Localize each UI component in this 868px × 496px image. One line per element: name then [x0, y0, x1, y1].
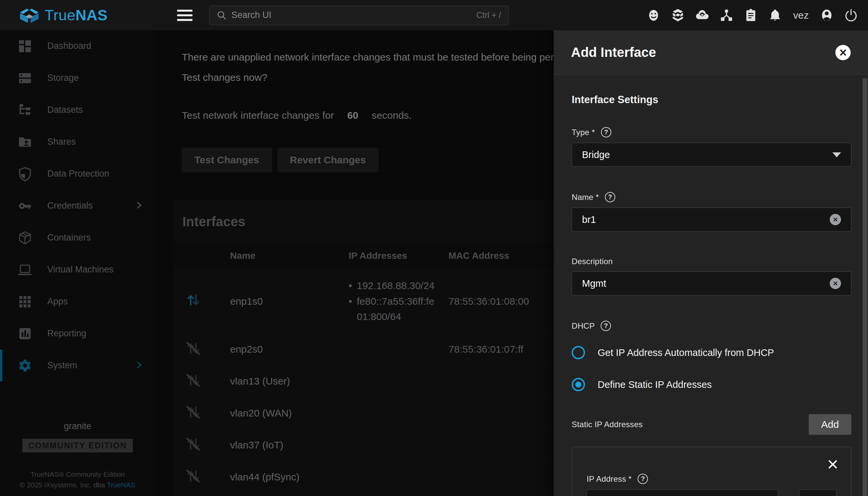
menu-hamburger-icon[interactable]	[177, 10, 192, 21]
network-topology-icon[interactable]	[719, 7, 734, 23]
type-select[interactable]: Bridge	[572, 143, 851, 167]
add-static-ip-button[interactable]: Add	[809, 414, 851, 435]
search-box: Ctrl + /	[209, 6, 509, 25]
type-label: Type *	[572, 128, 595, 137]
truecommand-icon[interactable]	[670, 7, 686, 23]
power-icon[interactable]	[843, 7, 859, 23]
static-ip-entry-card: × IP Address * ? / 24	[572, 447, 851, 496]
truenas-logo[interactable]: TrueNAS	[0, 7, 155, 24]
feedback-smiley-icon[interactable]	[646, 7, 661, 23]
ip-address-label: IP Address *	[587, 475, 632, 484]
help-icon[interactable]: ?	[605, 192, 615, 202]
cloud-connect-icon[interactable]	[694, 7, 710, 23]
description-input[interactable]	[582, 278, 830, 289]
jobs-clipboard-icon[interactable]	[743, 7, 759, 23]
clear-field-icon[interactable]: ×	[830, 214, 841, 225]
hostname-chip: vez	[793, 10, 809, 21]
description-field-group: Description ×	[572, 257, 851, 295]
dhcp-radio-option[interactable]: Get IP Address Automatically from DHCP	[572, 342, 851, 363]
name-field-group: Name * ? ×	[572, 192, 851, 232]
help-icon[interactable]: ?	[638, 474, 648, 484]
static-ip-section-header: Static IP Addresses Add	[572, 414, 851, 435]
user-avatar-icon[interactable]	[819, 7, 834, 23]
chevron-down-icon	[833, 152, 841, 157]
panel-header: Add Interface ×	[554, 30, 868, 75]
top-icon-row: vez	[646, 7, 868, 23]
static-ip-radio-option[interactable]: Define Static IP Addresses	[572, 374, 851, 395]
scrollbar-thumb[interactable]	[863, 78, 867, 496]
top-bar: TrueNAS Ctrl + /	[0, 0, 868, 30]
help-icon[interactable]: ?	[601, 127, 611, 137]
search-icon	[217, 10, 227, 20]
radio-selected-icon	[572, 378, 585, 391]
dhcp-group: DHCP ? Get IP Address Automatically from…	[572, 321, 851, 395]
help-icon[interactable]: ?	[601, 321, 611, 331]
close-icon[interactable]: ×	[835, 45, 851, 60]
static-ip-label: Static IP Addresses	[572, 420, 643, 429]
alerts-bell-icon[interactable]	[767, 7, 783, 23]
name-input[interactable]	[582, 214, 830, 225]
name-label: Name *	[572, 192, 599, 202]
description-label: Description	[572, 257, 613, 266]
truenas-app: TrueNAS Ctrl + /	[0, 0, 868, 496]
panel-body: Interface Settings Type * ? Bridge Name …	[554, 75, 862, 496]
type-field-group: Type * ? Bridge	[572, 127, 851, 167]
prefix-length-select[interactable]: 24	[799, 489, 836, 496]
interface-settings-heading: Interface Settings	[572, 94, 851, 106]
search-shortcut-hint: Ctrl + /	[477, 10, 501, 20]
dhcp-label: DHCP	[572, 321, 595, 331]
remove-entry-icon[interactable]: ×	[827, 454, 838, 474]
panel-scrollbar	[862, 75, 868, 496]
panel-title: Add Interface	[571, 45, 656, 60]
add-interface-panel: Add Interface × Interface Settings Type …	[554, 30, 868, 496]
cidr-separator: /	[787, 494, 790, 496]
brand-text: TrueNAS	[45, 7, 107, 24]
clear-field-icon[interactable]: ×	[830, 278, 841, 289]
search-input[interactable]	[231, 10, 472, 20]
radio-unselected-icon	[572, 346, 585, 359]
truenas-logo-icon	[19, 7, 40, 23]
